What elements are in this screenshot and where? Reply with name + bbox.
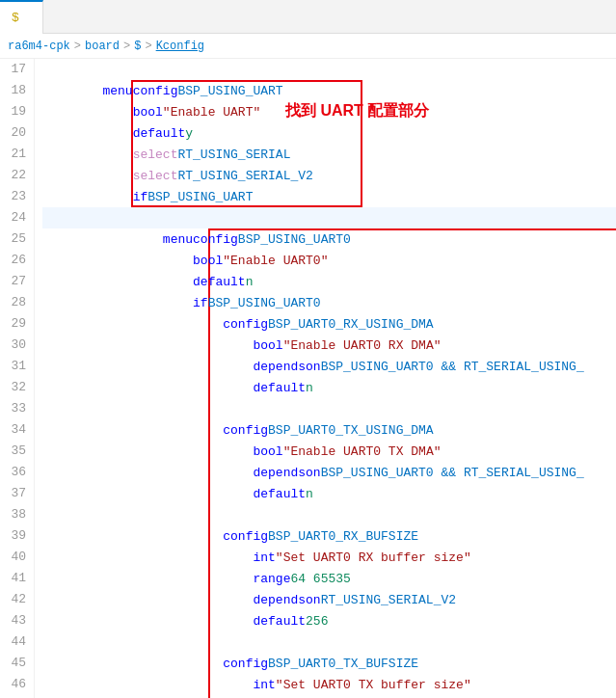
code-line: depends on BSP_USING_UART0 && RT_SERIAL_… [42,356,616,377]
line-number: 44 [0,631,26,653]
editor: 1718192021222324252627282930313233343536… [0,59,616,698]
line-number: 23 [0,186,26,207]
line-number: 41 [0,568,26,589]
code-line: bool "Enable UART0" [42,250,616,271]
line-number: 30 [0,335,26,356]
code-area[interactable]: 找到 UART 配置部分 复制一份 UART0 配置项 menuconfig B… [35,59,616,698]
code-line: bool "Enable UART0 TX DMA" [42,441,616,462]
line-number: 43 [0,610,26,631]
code-line: int "Set UART0 RX buffer size" [42,547,616,568]
code-line: menuconfig BSP_USING_UART [42,80,616,101]
code-line [42,207,616,228]
dollar-icon: $ [12,11,19,25]
code-line: select RT_USING_SERIAL_V2 [42,165,616,186]
breadcrumb-seg-4[interactable]: Kconfig [156,40,204,53]
line-number: 28 [0,292,26,313]
line-number: 19 [0,101,26,122]
code-line: config BSP_UART0_RX_BUFSIZE [42,525,616,547]
line-number: 33 [0,398,26,419]
line-number: 34 [0,419,26,441]
line-number: 31 [0,356,26,377]
line-number: 29 [0,313,26,335]
code-line: config BSP_UART0_RX_USING_DMA [42,313,616,335]
code-line [42,59,616,80]
breadcrumb-seg-2[interactable]: board [85,40,120,53]
breadcrumb-sep-2: > [123,40,130,53]
line-number: 45 [0,653,26,674]
code-line: bool "Enable UART0 RX DMA" [42,335,616,356]
line-number: 37 [0,483,26,504]
breadcrumb-sep-1: > [74,40,81,53]
line-number: 35 [0,441,26,462]
line-number: 39 [0,525,26,547]
tab-kconfig[interactable]: $ [0,0,43,34]
line-numbers: 1718192021222324252627282930313233343536… [0,59,35,698]
code-line: default n [42,271,616,292]
line-number: 24 [0,207,26,228]
code-line: menuconfig BSP_USING_UART0 [42,228,616,250]
code-line: if BSP_USING_UART0 [42,292,616,313]
line-number: 42 [0,589,26,610]
line-number: 25 [0,228,26,250]
line-number: 46 [0,674,26,695]
code-line: default 256 [42,610,616,631]
tab-bar: $ [0,0,616,34]
code-line: depends on RT_USING_SERIAL_V2 [42,589,616,610]
code-line: select RT_USING_SERIAL [42,144,616,165]
breadcrumb-seg-3[interactable]: $ [134,40,141,53]
line-number: 38 [0,504,26,525]
code-line: default y [42,122,616,144]
code-line: depends on BSP_USING_UART0 && RT_SERIAL_… [42,462,616,483]
line-number: 22 [0,165,26,186]
line-number: 17 [0,59,26,80]
line-number: 32 [0,377,26,398]
code-line: int "Set UART0 TX buffer size" [42,674,616,695]
code-line: range 64 65535 [42,568,616,589]
breadcrumb-seg-1[interactable]: ra6m4-cpk [8,40,70,53]
line-number: 20 [0,122,26,144]
code-line: bool "Enable UART" [42,101,616,122]
code-line: config BSP_UART0_TX_USING_DMA [42,419,616,441]
line-number: 36 [0,462,26,483]
code-line [42,398,616,419]
code-line [42,504,616,525]
code-line: if BSP_USING_UART [42,186,616,207]
code-line [42,631,616,653]
code-line: default n [42,377,616,398]
code-line: config BSP_UART0_TX_BUFSIZE [42,653,616,674]
line-number: 21 [0,144,26,165]
line-number: 40 [0,547,26,568]
code-line: default n [42,483,616,504]
line-number: 27 [0,271,26,292]
line-number: 26 [0,250,26,271]
line-number: 18 [0,80,26,101]
breadcrumb-sep-3: > [145,40,151,53]
breadcrumb: ra6m4-cpk > board > $ > Kconfig [0,34,616,59]
